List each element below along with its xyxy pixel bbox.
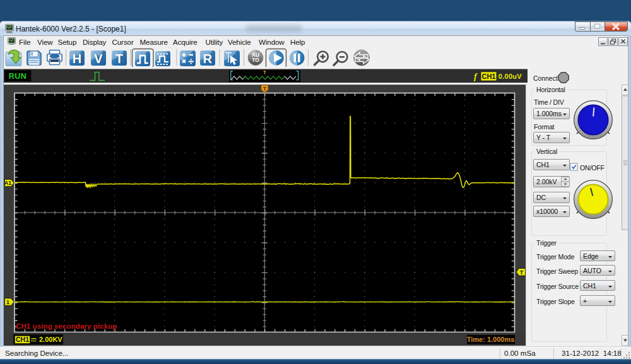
svg-text:CH1: CH1 — [481, 73, 495, 80]
svg-text:A1: A1 — [4, 180, 12, 186]
svg-text:1: 1 — [6, 299, 9, 305]
svg-text:T: T — [263, 86, 267, 92]
svg-text:CH1: CH1 — [16, 336, 29, 343]
svg-text:T: T — [115, 52, 123, 66]
svg-text:H: H — [73, 52, 81, 66]
svg-text:Time: 1.000ms: Time: 1.000ms — [467, 336, 515, 343]
svg-text:T: T — [520, 269, 524, 276]
svg-text:V: V — [94, 52, 103, 66]
svg-text:R: R — [203, 52, 213, 66]
svg-text:TO: TO — [252, 57, 259, 63]
svg-text:RUN: RUN — [9, 72, 27, 81]
svg-text:CH1 using secondary pickup: CH1 using secondary pickup — [16, 322, 117, 330]
svg-text:0.00uV: 0.00uV — [498, 73, 522, 80]
svg-text:2.00KV: 2.00KV — [39, 336, 62, 343]
